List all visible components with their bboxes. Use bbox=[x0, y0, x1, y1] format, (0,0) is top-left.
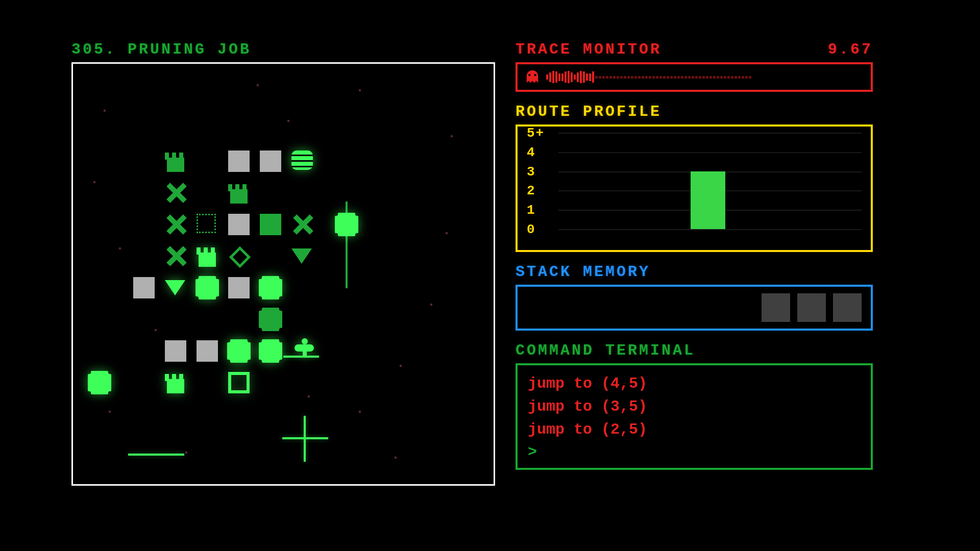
trace-value: 9.67 bbox=[828, 41, 873, 58]
terminal-line: jump to (4,5) bbox=[528, 372, 861, 395]
stack-slot bbox=[833, 293, 862, 322]
grid-node-x[interactable] bbox=[165, 182, 188, 206]
grid-node-castle[interactable] bbox=[228, 182, 252, 206]
background-star bbox=[185, 452, 187, 454]
route-ytick: 1 bbox=[527, 203, 536, 218]
grid-node-triangle-bright[interactable] bbox=[165, 277, 188, 300]
grid-node-castle-bright[interactable] bbox=[165, 372, 188, 395]
grid-node-grey[interactable] bbox=[133, 277, 157, 300]
grid-node-burger[interactable] bbox=[291, 151, 315, 174]
terminal-prompt[interactable]: > bbox=[528, 443, 861, 461]
background-star bbox=[109, 411, 111, 413]
route-label: ROUTE PROFILE bbox=[516, 103, 662, 120]
grid-node-grey[interactable] bbox=[228, 277, 252, 300]
stack-label: STACK MEMORY bbox=[516, 263, 650, 281]
ghost-icon bbox=[525, 69, 540, 85]
grid-node-gear[interactable] bbox=[89, 372, 112, 395]
route-ytick: 0 bbox=[527, 222, 536, 237]
stack-slot bbox=[762, 293, 790, 322]
command-terminal-panel[interactable]: jump to (4,5)jump to (3,5)jump to (2,5)> bbox=[516, 363, 873, 470]
grid-node-gear[interactable] bbox=[260, 277, 283, 300]
background-star bbox=[359, 411, 361, 413]
background-star bbox=[451, 135, 453, 137]
background-star bbox=[104, 110, 106, 112]
route-ytick: 4 bbox=[527, 145, 536, 160]
route-ytick: 5+ bbox=[527, 126, 545, 141]
route-ytick: 2 bbox=[527, 183, 536, 198]
background-star bbox=[119, 247, 121, 249]
grid-node-gear[interactable] bbox=[228, 340, 252, 364]
background-star bbox=[257, 84, 259, 86]
game-board[interactable] bbox=[71, 62, 495, 486]
grid-node-grey[interactable] bbox=[228, 151, 252, 174]
grid-node-grey[interactable] bbox=[260, 151, 283, 174]
route-profile-chart: 5+43210 bbox=[516, 124, 873, 252]
grid-node-dotted[interactable] bbox=[197, 214, 220, 237]
grid-node-castle-bright[interactable] bbox=[197, 245, 220, 269]
grid-node-gear[interactable] bbox=[336, 214, 359, 237]
trace-monitor-panel bbox=[516, 62, 873, 92]
grid-node-gear[interactable] bbox=[197, 277, 220, 300]
background-star bbox=[400, 365, 402, 367]
trace-progress-bar bbox=[546, 70, 864, 84]
trace-label: TRACE MONITOR bbox=[516, 41, 662, 58]
grid-node-diamond[interactable] bbox=[228, 245, 252, 269]
grid-node-grey[interactable] bbox=[228, 214, 252, 237]
grid-node-gear-dark[interactable] bbox=[260, 309, 283, 332]
grid-node-grey[interactable] bbox=[165, 340, 188, 364]
stack-memory-panel bbox=[516, 285, 873, 331]
grid-node-outline[interactable] bbox=[228, 372, 252, 395]
terminal-line: jump to (2,5) bbox=[528, 418, 861, 441]
background-star bbox=[395, 457, 397, 459]
grid-node-castle[interactable] bbox=[165, 151, 188, 174]
background-star bbox=[93, 181, 95, 183]
background-star bbox=[308, 395, 310, 397]
grid-node-gear[interactable] bbox=[260, 340, 283, 364]
grid-node-triangle[interactable] bbox=[291, 245, 315, 269]
connection-line bbox=[128, 454, 184, 456]
connection-line bbox=[282, 437, 328, 439]
background-star bbox=[430, 304, 432, 306]
grid-node-green[interactable] bbox=[260, 214, 283, 237]
grid-node-grey[interactable] bbox=[197, 340, 220, 364]
route-ytick: 3 bbox=[527, 164, 536, 180]
terminal-label: COMMAND TERMINAL bbox=[516, 342, 695, 359]
terminal-line: jump to (3,5) bbox=[528, 395, 861, 418]
background-star bbox=[287, 120, 289, 122]
background-star bbox=[359, 89, 361, 91]
background-star bbox=[155, 329, 157, 331]
stack-slot bbox=[797, 293, 826, 322]
grid-node-x[interactable] bbox=[165, 214, 188, 237]
background-star bbox=[446, 232, 448, 234]
grid-node-club[interactable] bbox=[295, 340, 318, 364]
grid-node-x[interactable] bbox=[291, 214, 315, 237]
route-bar bbox=[691, 171, 725, 229]
grid-node-x[interactable] bbox=[165, 245, 188, 269]
